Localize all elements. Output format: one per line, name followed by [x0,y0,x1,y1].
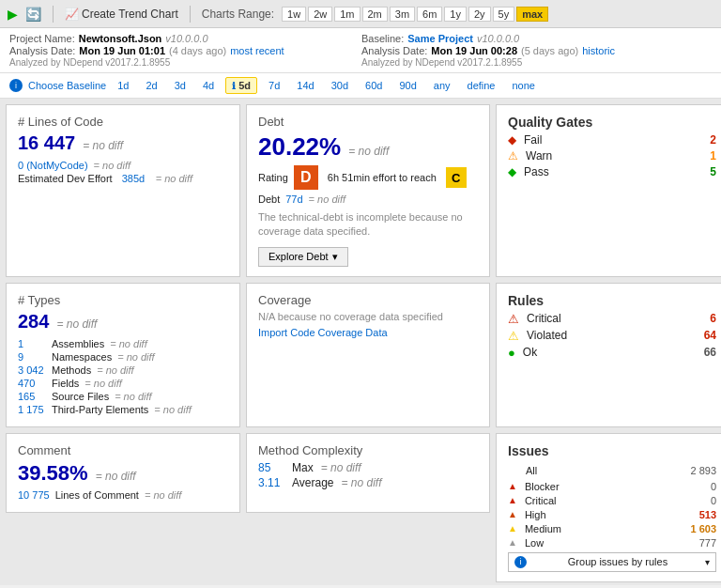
trend-chart-button[interactable]: 📈 Create Trend Chart [65,8,178,21]
debt-title: Debt [258,115,478,129]
qg-fail-count: 2 [710,133,716,147]
baseline-date-row: Analysis Date: Mon 19 Jun 00:28 (5 days … [361,45,712,56]
range-2y[interactable]: 2y [468,7,491,22]
period-2d[interactable]: 2d [140,78,162,93]
complexity-avg-diff: = no diff [341,476,381,489]
play-icon: ▶ [8,7,18,22]
ok-icon: ● [508,346,515,360]
issues-blocker-count: 0 [711,481,716,492]
issues-low-count: 777 [699,537,716,549]
issues-medium-label: Medium [525,523,561,534]
fields-diff: = no diff [84,378,121,389]
baseline-row: Baseline: Same Project v10.0.0.0 [361,33,712,44]
quality-gates-card: Quality Gates Fail 2 Warn 1 Pass 5 [496,104,721,277]
analysis-label: Analysis Date: [9,45,75,56]
rules-critical-label: Critical [527,312,561,325]
qg-fail-row: Fail 2 [508,133,716,147]
debt-note: The technical-debt is incomplete because… [258,210,478,240]
issues-high-count: 513 [699,509,716,520]
range-max[interactable]: max [516,7,548,22]
debt-diff: = no diff [309,193,345,205]
types-value: 284 [18,311,49,333]
info-icon: i [9,79,23,92]
range-1w[interactable]: 1w [282,7,306,22]
complexity-card: Method Complexity 85 Max = no diff 3.11 … [246,433,490,513]
comment-lines-row: 10 775 Lines of Comment = no diff [18,489,228,501]
issues-low-row: ▲ Low 777 [508,537,716,549]
main-content: # Lines of Code 16 447 = no diff 0 (NotM… [0,99,721,585]
complexity-max-row: 85 Max = no diff [258,461,478,474]
comment-title: Comment [18,443,228,457]
not-my-code-diff: = no diff [94,160,130,171]
issues-group-dropdown[interactable]: i Group issues by rules ▾ [508,552,716,572]
range-6m[interactable]: 6m [417,7,442,22]
qg-pass-count: 5 [710,165,716,178]
assemblies-diff: = no diff [110,338,146,349]
namespaces-diff: = no diff [117,351,154,363]
analysis-date-row: Analysis Date: Mon 19 Jun 01:01 (4 days … [9,45,360,56]
qg-title: Quality Gates [508,115,716,130]
project-version: v10.0.0.0 [165,33,207,44]
range-1y[interactable]: 1y [444,7,467,22]
period-none[interactable]: none [507,78,541,93]
loc-card: # Lines of Code 16 447 = no diff 0 (NotM… [6,104,240,277]
source-files-val: 165 [18,391,46,402]
debt-nodiff: = no diff [348,145,389,158]
period-5d[interactable]: ℹ 5d [225,77,257,94]
types-nodiff: = no diff [56,317,97,331]
header-info: Project Name: Newtonsoft.Json v10.0.0.0 … [0,28,721,73]
explore-debt-label: Explore Debt [268,251,329,262]
play-button[interactable]: ▶ [8,7,18,22]
import-coverage-link[interactable]: Import Code Coverage Data [258,327,388,338]
medium-icon: ▲ [508,523,517,534]
analysis-ago: (4 days ago) [169,45,226,56]
pass-icon [508,165,516,178]
issues-all-row: All 2 893 [508,464,716,478]
source-files-diff: = no diff [115,391,151,402]
header-left: Project Name: Newtonsoft.Json v10.0.0.0 … [9,33,360,68]
source-files-row: 165 Source Files = no diff [18,391,228,402]
rules-ok-count: 66 [704,346,716,359]
range-5y[interactable]: 5y [493,7,515,22]
comment-nodiff: = no diff [96,470,136,483]
choose-baseline[interactable]: Choose Baseline [28,80,106,91]
period-90d[interactable]: 90d [393,78,422,93]
complexity-avg-label: Average [292,476,333,489]
loc-nodiff: = no diff [83,139,123,152]
third-party-val: 1 175 [18,404,46,415]
issues-high-row: ▲ High 513 [508,509,716,520]
charts-range: 1w 2w 1m 2m 3m 6m 1y 2y 5y max [282,7,548,22]
refresh-button[interactable]: 🔄 [25,7,41,22]
rules-violated-label: Violated [527,329,567,342]
project-label: Project Name: [9,33,75,44]
baseline-analysis-label: Analysis Date: [361,45,427,56]
range-2w[interactable]: 2w [308,7,332,22]
explore-debt-button[interactable]: Explore Debt ▾ [258,247,348,267]
issues-medium-count: 1 603 [690,523,716,534]
period-60d[interactable]: 60d [360,78,388,93]
baseline-label: Baseline: [361,33,404,44]
period-3d[interactable]: 3d [169,78,192,93]
qg-pass-label: Pass [524,165,549,178]
period-7d[interactable]: 7d [263,78,285,93]
period-14d[interactable]: 14d [291,78,319,93]
complexity-max-label: Max [292,461,314,474]
range-1m[interactable]: 1m [334,7,360,22]
debt-target-letter: C [446,167,467,188]
types-card: # Types 284 = no diff 1 Assemblies = no … [6,283,240,427]
period-1d[interactable]: 1d [112,78,134,93]
debt-value: 20.22% [258,132,341,162]
analyzed-by: Analyzed by NDepend v2017.2.1.8955 [9,57,360,68]
loc-value: 16 447 [18,132,75,154]
rules-ok-label: Ok [523,346,537,359]
range-3m[interactable]: 3m [390,7,415,22]
issues-blocker-label: Blocker [525,481,560,492]
methods-val: 3 042 [18,364,46,376]
period-30d[interactable]: 30d [326,78,354,93]
range-2m[interactable]: 2m [362,7,388,22]
period-define[interactable]: define [462,78,501,93]
namespaces-label: Namespaces [52,351,112,363]
period-4d[interactable]: 4d [197,78,220,93]
rules-critical-count: 6 [710,312,716,325]
period-any[interactable]: any [428,78,456,93]
